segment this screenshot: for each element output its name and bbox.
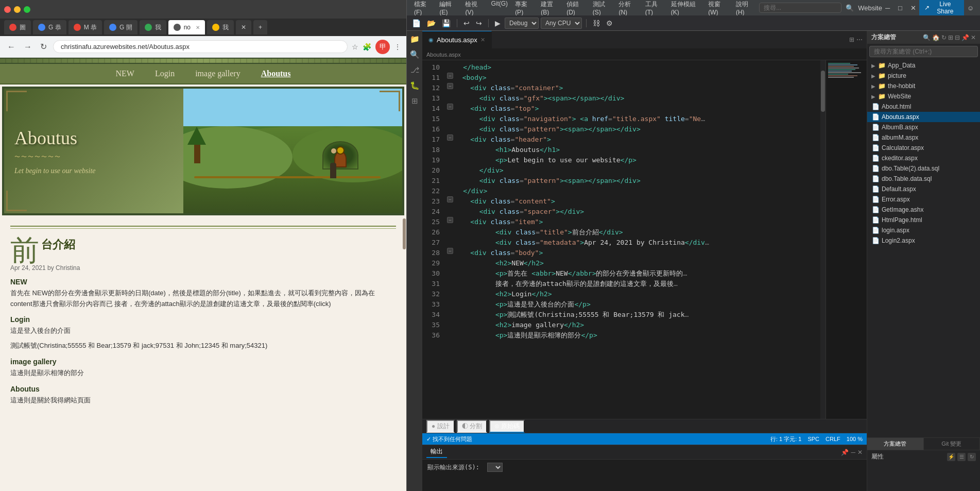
menu-build[interactable]: 建置(B) bbox=[538, 0, 562, 17]
bookmark-icon[interactable]: ☆ bbox=[352, 43, 358, 51]
solution-pin-btn[interactable]: 📌 bbox=[961, 34, 969, 41]
browser-close-btn[interactable] bbox=[4, 6, 11, 13]
browser-tab[interactable]: 圖 bbox=[4, 20, 31, 35]
reload-btn[interactable]: ↻ bbox=[38, 41, 49, 53]
toolbar-options[interactable]: ⚙ bbox=[604, 18, 615, 28]
editor-tab-aboutus[interactable]: ◉ Aboutus.aspx ✕ bbox=[422, 31, 492, 49]
menu-help[interactable]: 說明(H) bbox=[733, 0, 758, 17]
tree-item-hobbit[interactable]: ▶ 📁 the-hobbit bbox=[867, 81, 980, 91]
vs-scrollbar-vertical[interactable] bbox=[820, 60, 826, 419]
nav-item-aboutus[interactable]: Aboutus bbox=[261, 69, 291, 78]
fold-btn[interactable]: − bbox=[447, 83, 453, 89]
menu-icon[interactable]: ⋮ bbox=[394, 43, 401, 51]
toolbar-undo[interactable]: ↩ bbox=[461, 18, 472, 28]
menu-git[interactable]: Git(G) bbox=[488, 0, 511, 17]
minimize-window-btn[interactable]: ─ bbox=[883, 3, 892, 13]
solution-search-btn[interactable]: 🔍 bbox=[923, 34, 931, 41]
forward-btn[interactable]: → bbox=[22, 41, 34, 53]
tree-item-about-html[interactable]: 📄 About.html bbox=[867, 101, 980, 112]
url-input[interactable] bbox=[53, 40, 348, 53]
tree-item-calculator[interactable]: 📄 Calculator.aspx bbox=[867, 143, 980, 153]
code-content[interactable]: </head> − <body> − <div class="container… bbox=[443, 60, 820, 419]
solution-expand-btn[interactable]: ⊞ bbox=[948, 34, 953, 41]
tree-item-default[interactable]: 📄 Default.aspx bbox=[867, 184, 980, 194]
tree-item-ckeditor[interactable]: 📄 ckeditor.aspx bbox=[867, 153, 980, 163]
output-tab[interactable]: 輸出 bbox=[426, 446, 447, 458]
nav-item-gallery[interactable]: image gallery bbox=[195, 69, 240, 78]
menu-file[interactable]: 檔案(F) bbox=[411, 0, 435, 17]
browser-tab[interactable]: G 開 bbox=[104, 20, 137, 35]
solution-search-input[interactable] bbox=[869, 46, 978, 57]
debug-config-select[interactable]: Debug bbox=[505, 18, 539, 29]
tree-item-albumm[interactable]: 📄 albumM.aspx bbox=[867, 132, 980, 143]
toolbar-open[interactable]: 📂 bbox=[425, 18, 438, 28]
fold-btn[interactable]: − bbox=[447, 134, 453, 141]
tab-close-btn[interactable]: ✕ bbox=[196, 25, 200, 30]
tree-item-error[interactable]: 📄 Error.aspx bbox=[867, 194, 980, 205]
menu-debug[interactable]: 偵錯(D) bbox=[563, 0, 589, 17]
toolbar-attach[interactable]: ⛓ bbox=[591, 18, 602, 28]
menu-test[interactable]: 測試(S) bbox=[590, 0, 615, 17]
tree-item-picture[interactable]: ▶ 📁 picture bbox=[867, 71, 980, 81]
tree-item-website[interactable]: ▶ 📁 WebSite bbox=[867, 91, 980, 101]
browser-tab-active[interactable]: no ✕ bbox=[168, 20, 205, 35]
browser-new-tab[interactable]: + bbox=[253, 20, 267, 35]
menu-tools[interactable]: 工具(T) bbox=[642, 0, 667, 17]
fold-btn[interactable]: − bbox=[447, 217, 453, 223]
explorer-icon[interactable]: 📁 bbox=[408, 33, 421, 45]
props-icon-1[interactable]: ⚡ bbox=[947, 453, 955, 461]
toolbar-save[interactable]: 💾 bbox=[440, 18, 453, 28]
solution-collapse-btn[interactable]: ⊟ bbox=[955, 34, 960, 41]
fold-btn[interactable]: − bbox=[447, 248, 453, 254]
fold-btn[interactable]: − bbox=[447, 73, 453, 79]
close-window-btn[interactable]: ✕ bbox=[908, 3, 918, 13]
browser-tab[interactable]: 我 bbox=[207, 20, 234, 35]
solution-tab-git[interactable]: Git 變更 bbox=[924, 438, 981, 450]
profile-avatar[interactable]: 甲 bbox=[375, 40, 390, 54]
split-editor-btn[interactable]: ⊞ bbox=[849, 36, 854, 43]
fold-btn[interactable]: − bbox=[447, 196, 453, 202]
panel-pin-btn[interactable]: 📌 bbox=[841, 449, 849, 456]
menu-analyze[interactable]: 分析(N) bbox=[615, 0, 641, 17]
nav-item-login[interactable]: Login bbox=[155, 69, 175, 78]
props-icon-3[interactable]: ↻ bbox=[968, 453, 976, 461]
toolbar-redo[interactable]: ↪ bbox=[474, 18, 484, 28]
browser-tab[interactable]: M 恭 bbox=[68, 20, 102, 35]
debug-icon[interactable]: 🐛 bbox=[408, 79, 421, 92]
nav-item-new[interactable]: NEW bbox=[116, 69, 134, 78]
design-view-tab[interactable]: ● 設計 bbox=[426, 420, 455, 433]
tree-item-dbo-table2[interactable]: 📄 dbo.Table(2).data.sql bbox=[867, 163, 980, 174]
toolbar-new-file[interactable]: 📄 bbox=[410, 18, 423, 28]
status-problems[interactable]: ✓ 找不到任何問題 bbox=[426, 435, 472, 443]
extensions-icon[interactable]: 🧩 bbox=[363, 43, 371, 51]
tree-item-htmlpage[interactable]: 📄 HtmlPage.html bbox=[867, 215, 980, 225]
live-share-button[interactable]: ↗ Live Share bbox=[919, 0, 964, 16]
restore-window-btn[interactable]: □ bbox=[896, 3, 904, 13]
menu-view[interactable]: 檢視(V) bbox=[462, 0, 487, 17]
fold-btn[interactable]: − bbox=[447, 104, 453, 110]
panel-minimize-btn[interactable]: ─ bbox=[851, 449, 855, 456]
source-view-tab[interactable]: ⊙ 原始碼 bbox=[489, 420, 525, 433]
solution-sync-btn[interactable]: ↻ bbox=[941, 34, 947, 41]
more-actions-btn[interactable]: ⋯ bbox=[856, 36, 863, 43]
scrollbar-thumb[interactable] bbox=[821, 71, 825, 112]
tree-item-app-data[interactable]: ▶ 📁 App_Data bbox=[867, 60, 980, 71]
menu-project[interactable]: 專案(P) bbox=[512, 0, 537, 17]
back-btn[interactable]: ← bbox=[5, 41, 18, 53]
tree-item-getimage[interactable]: 📄 GetImage.ashx bbox=[867, 205, 980, 215]
menu-edit[interactable]: 編輯(E) bbox=[436, 0, 461, 17]
tree-item-dbo-table[interactable]: 📄 dbo.Table.data.sql bbox=[867, 174, 980, 184]
split-view-tab[interactable]: ◐ 分割 bbox=[457, 420, 487, 433]
menu-window[interactable]: 視窗(W) bbox=[705, 0, 732, 17]
solution-tab-explorer[interactable]: 方案總管 bbox=[867, 438, 924, 450]
menu-extensions[interactable]: 延伸模組(K) bbox=[668, 0, 704, 17]
search-icon[interactable]: 🔍 bbox=[408, 48, 421, 61]
browser-maximize-btn[interactable] bbox=[24, 6, 30, 13]
browser-tab[interactable]: G 恭 bbox=[33, 20, 66, 35]
browser-tab[interactable]: 我 bbox=[140, 20, 166, 35]
feedback-btn[interactable]: ☺ bbox=[965, 3, 976, 13]
tree-item-login2[interactable]: 📄 Login2.aspx bbox=[867, 235, 980, 246]
tree-item-aboutus-aspx[interactable]: 📄 Aboutus.aspx bbox=[867, 112, 980, 122]
browser-minimize-btn[interactable] bbox=[14, 6, 21, 13]
toolbar-start-debug[interactable]: ▶ bbox=[493, 18, 503, 28]
